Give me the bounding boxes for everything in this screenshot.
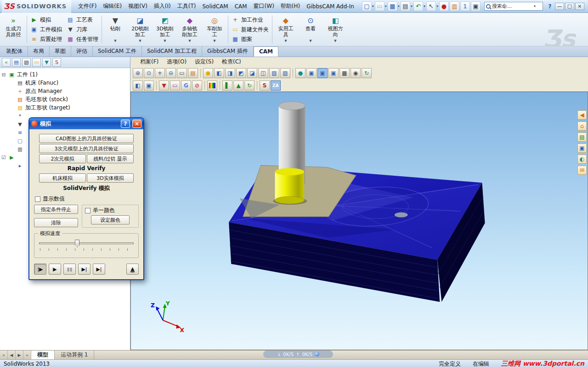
view-right-button[interactable]: ◪ [247,68,257,78]
play-button[interactable]: ▶ [49,264,61,275]
drill-button[interactable]: ▼ 钻削 ▼ [103,14,128,45]
tool-display-button[interactable]: ▼ [159,80,169,91]
solidcam-manager-button[interactable]: S [52,58,61,67]
erase-button[interactable]: ▭ [170,80,180,91]
pattern-button[interactable]: ▦图案 [232,34,269,44]
new-folder-button[interactable]: ▭新建文件夹 [232,25,269,34]
menu-tools[interactable]: 工具(T) [174,1,199,12]
expand-icon[interactable]: ⊟ [1,72,6,78]
iso-view-1-button[interactable]: ▣ [306,68,317,78]
slider-thumb[interactable] [75,240,79,247]
caret-icon[interactable]: ▾ [385,4,387,8]
first-tab-button[interactable]: « [0,351,8,359]
rest-material-display-button[interactable]: 残料/过切 显示 [87,154,134,163]
tab-sketch[interactable]: 草图 [50,46,71,57]
slider-track[interactable] [39,242,134,244]
play-to-break-button[interactable]: ▶| [78,264,90,275]
menu-solidcam[interactable]: SolidCAM [199,2,231,11]
shaded-button[interactable]: ● [295,68,305,78]
next-tab-button[interactable]: ▶ [16,351,23,359]
stop-condition-button[interactable]: 指定条件停止 [34,205,78,214]
single-color-checkbox[interactable] [85,208,90,213]
iso-view-2-button[interactable]: ▣ [317,68,328,78]
menu-help[interactable]: 帮助(H) [277,1,303,12]
view-orientation-button[interactable]: ◧ 视图方 向 ▼ [323,14,348,45]
prev-tab-button[interactable]: ◀ [8,351,16,359]
menu-insert[interactable]: 插入(I) [151,1,174,12]
export-mail-button[interactable]: ✉ [577,166,587,175]
solid-3d-sim-button[interactable]: 3D实体模拟 [87,173,134,183]
caret-icon[interactable]: ▾ [372,4,374,8]
menu-file[interactable]: 文件(F) [75,1,100,12]
stock-simulate-button[interactable]: ▣工件模拟 [30,25,62,34]
model-tab[interactable]: 模型 [31,351,55,359]
help-button[interactable]: ? [546,2,554,11]
tab-gibbscam-plugin[interactable]: GibbsCAM 插件 [202,46,254,57]
utilities-button[interactable]: ◆ 实用工 具 ▼ [273,14,298,45]
play-step-button[interactable]: |▶ [34,264,46,275]
dropdown-icon[interactable]: ▼ [114,38,116,44]
new-document-button[interactable]: ▢▾ [362,1,374,11]
minimize-button[interactable]: — [555,3,564,10]
dropdown-icon[interactable]: ▼ [284,38,287,44]
stop-check-button[interactable]: ⊘ [192,80,202,91]
tree-item-origin-manager[interactable]: +原点 Manager [1,87,129,95]
collapse-all-button[interactable]: « [2,58,11,67]
dialog-help-button[interactable]: ? [121,120,130,128]
dropdown-icon[interactable]: ▼ [164,38,166,44]
zoom-window-button[interactable]: ⊕ [133,68,143,78]
tab-evaluate[interactable]: 评估 [71,46,93,57]
dropdown-icon[interactable]: ▼ [309,38,311,44]
caret-icon[interactable]: ▾ [411,4,413,8]
set-color-button[interactable]: 设定颜色 [91,215,130,224]
zoom-fit-button[interactable]: ⊖ [166,68,176,78]
caret-icon[interactable]: ▾ [436,4,438,8]
cam-menu-file[interactable]: 档案(F) [136,57,163,67]
tab-solidcam-project[interactable]: SolidCAM 加工工程 [142,46,202,57]
tree-item-workpiece[interactable]: ⊟▣工件 (1) [1,70,129,79]
menu-gibbscam-addin[interactable]: GibbsCAM Add-In [303,2,357,11]
task-pane-button[interactable]: ▣ [471,1,481,11]
generate-toolpath-button[interactable]: » 生成刀 具路径 [1,14,26,45]
process-table-button[interactable]: ▤工艺表 [67,15,98,24]
iso-view-3-button[interactable]: ▣ [328,68,339,78]
tab-layout[interactable]: 布局 [28,46,50,57]
dialog-close-button[interactable]: × [132,120,141,128]
undo-button[interactable]: ↶▾ [413,1,425,11]
home-button[interactable]: ⌂ [577,121,587,131]
light-button[interactable]: ● [203,68,213,78]
close-button[interactable]: × [575,3,584,10]
dropdown-icon[interactable]: ▼ [334,38,336,44]
record-macro-button[interactable]: ● [439,1,449,11]
pause-button[interactable]: ▮▮ [63,264,76,275]
maximize-button[interactable]: □ [565,3,574,10]
edit-settings-button[interactable]: ▧ [22,58,31,67]
clear-button[interactable]: 清除 [34,218,78,227]
cam-menu-check[interactable]: 检查(C) [218,57,245,67]
cam-menu-settings[interactable]: 设定(S) [191,57,218,67]
last-tab-button[interactable]: » [23,351,31,359]
search-input[interactable] [492,3,533,9]
redraw-button[interactable]: ↻ [362,68,372,78]
tab-assembly[interactable]: 装配体 [1,46,28,57]
tab-cam[interactable]: CAM [254,46,278,57]
recycle-button[interactable]: ↻ [244,80,254,91]
view-top-button[interactable]: ◫ [258,68,268,78]
motion-study-tab[interactable]: 运动算例 1 [55,351,94,359]
library-button[interactable]: ▤ [577,132,587,142]
options-book-button[interactable]: ▥ [450,1,459,11]
gibbs-g-button[interactable]: G [181,80,191,91]
caret-icon[interactable]: ▾ [398,4,400,8]
show-values-checkbox[interactable] [35,196,40,202]
single-color-option[interactable]: 单一颜色 [85,207,136,214]
3d-viewport[interactable]: Z Y X ◀ ⌂ ▤ ▣ ◐ ✉ [130,92,588,350]
machine-sim-button[interactable]: 机床模拟 [39,173,86,183]
view-back-button[interactable]: ◧ [214,68,224,78]
wireframe-button[interactable]: ▩ [339,68,350,78]
open-button[interactable]: ▭▾ [375,1,387,11]
cad-toolpath-verify-button[interactable]: CAD图形上的刀具路径验证 [39,134,134,143]
measure-button[interactable]: ▭ [177,68,187,78]
tree-item-machine[interactable]: ▤机床 (Fanuc) [1,79,129,87]
view-front-button[interactable]: ◨ [225,68,235,78]
menu-cam[interactable]: CAM [232,2,250,11]
